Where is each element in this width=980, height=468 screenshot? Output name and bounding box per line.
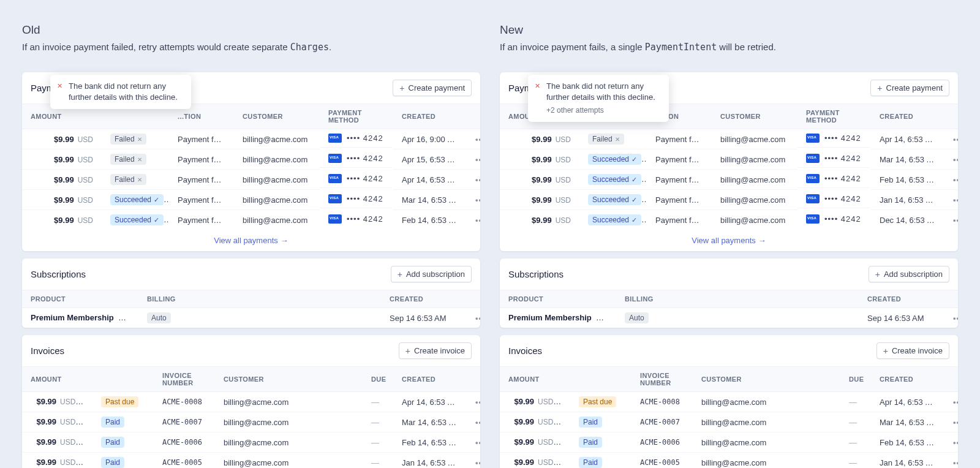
payment-description: Payment for invoice ACME-0005 [647, 190, 712, 210]
x-icon: ✕ [615, 136, 620, 143]
invoice-row[interactable]: $9.99USDPaidACME-0006billing@acme.com—Fe… [500, 432, 958, 453]
subscriptions-table: PRODUCTBILLINGCREATED Premium Membership… [500, 290, 958, 328]
payment-row[interactable]: $9.99USDSucceeded ✓Payment for invoice A… [500, 190, 958, 210]
invoice-row[interactable]: $9.99USDPaidACME-0005billing@acme.com—Ja… [500, 453, 958, 469]
subscriptions-panel: Subscriptions +Add subscription PRODUCTB… [500, 259, 958, 328]
payment-date: Feb 14, 6:53 AM [871, 170, 944, 190]
payment-row[interactable]: $9.99USDFailed ✕Payment for invoice ACME… [22, 129, 480, 149]
payment-row[interactable]: $9.99USDSucceeded ✓Payment for invoice A… [22, 190, 480, 210]
payment-method: •••• 4242 [320, 149, 392, 168]
create-payment-button[interactable]: +Create payment [870, 80, 949, 96]
invoice-row[interactable]: $9.99USDPaidACME-0005billing@acme.com—Ja… [22, 453, 480, 469]
payment-row[interactable]: $9.99USDSucceeded ✓Payment for invoice A… [500, 210, 958, 230]
invoice-customer: billing@acme.com [215, 432, 363, 453]
payment-description: Payment for invoice ACME-0004 [647, 210, 712, 230]
more-icon[interactable]: ••• [953, 458, 958, 467]
payment-method: •••• 4242 [797, 190, 870, 208]
more-icon[interactable]: ••• [953, 135, 958, 144]
more-icon[interactable]: ••• [475, 418, 480, 427]
subscriptions-title: Subscriptions [31, 269, 86, 279]
invoice-row[interactable]: $9.99USDPaidACME-0007billing@acme.com—Ma… [22, 412, 480, 432]
more-icon[interactable]: ••• [953, 438, 958, 447]
invoices-panel: Invoices +Create invoice AMOUNTINVOICE N… [500, 335, 958, 468]
more-icon[interactable]: ••• [953, 155, 958, 164]
more-icon[interactable]: ••• [953, 195, 958, 205]
invoice-row[interactable]: $9.99USDPaidACME-0007billing@acme.com—Ma… [500, 412, 958, 432]
payment-description: Payment for invoice ACME-0008 [169, 129, 234, 149]
more-icon[interactable]: ••• [953, 418, 958, 427]
status-badge: Succeeded ✓ [588, 194, 641, 205]
payments-panel: ✕ The bank did not return any further de… [500, 72, 958, 251]
invoice-date: Feb 14, 6:53 AM [871, 432, 944, 453]
close-icon: ✕ [57, 81, 62, 91]
payment-date: Jan 14, 6:53 AM [871, 190, 944, 210]
check-icon: ✓ [631, 216, 637, 224]
payment-row[interactable]: $9.99USDFailed ✕Payment for invoice ACME… [500, 129, 958, 149]
payment-customer: billing@acme.com [234, 210, 320, 230]
payment-method: •••• 4242 [797, 170, 870, 188]
more-icon[interactable]: ••• [953, 314, 958, 323]
invoice-customer: billing@acme.com [693, 432, 840, 453]
close-icon: ✕ [535, 81, 540, 91]
add-subscription-button[interactable]: +Add subscription [391, 266, 472, 282]
create-invoice-button[interactable]: +Create invoice [876, 342, 949, 359]
payment-method: •••• 4242 [320, 190, 392, 208]
payment-customer: billing@acme.com [234, 170, 320, 190]
subscription-row[interactable]: Premium Membership Past due Auto Sep 14 … [22, 308, 480, 328]
view-all-payments-link[interactable]: View all payments→ [22, 230, 480, 251]
more-icon[interactable]: ••• [953, 398, 958, 407]
view-all-payments-link[interactable]: View all payments→ [500, 230, 958, 251]
invoice-row[interactable]: $9.99USDPaidACME-0006billing@acme.com—Fe… [22, 432, 480, 453]
more-icon[interactable]: ••• [475, 458, 480, 467]
create-payment-button[interactable]: +Create payment [393, 80, 472, 96]
payment-row[interactable]: $9.99USDSucceeded ✓Payment for invoice A… [22, 210, 480, 230]
payment-row[interactable]: $9.99USDFailed ✕Payment for invoice ACME… [22, 170, 480, 190]
invoices-table: AMOUNTINVOICE NUMBERCUSTOMERDUECREATED $… [500, 366, 958, 468]
payment-date: Feb 14, 6:53 AM [393, 210, 467, 230]
more-icon[interactable]: ••• [953, 216, 958, 225]
decline-tooltip: ✕ The bank did not return any further de… [528, 75, 669, 122]
billing-badge: Auto [147, 312, 171, 323]
more-icon[interactable]: ••• [475, 175, 480, 184]
payment-customer: billing@acme.com [712, 190, 797, 210]
more-icon[interactable]: ••• [475, 195, 480, 205]
more-icon[interactable]: ••• [475, 438, 480, 447]
billing-badge: Auto [625, 312, 649, 323]
status-badge: Paid [101, 417, 124, 428]
invoices-panel: Invoices +Create invoice AMOUNTINVOICE N… [22, 335, 480, 468]
invoice-customer: billing@acme.com [215, 412, 363, 432]
invoice-number: ACME-0005 [154, 453, 215, 469]
invoice-number: ACME-0007 [631, 412, 693, 432]
payment-method: •••• 4242 [797, 210, 870, 228]
payment-row[interactable]: $9.99USDSucceeded ✓Payment for invoice A… [500, 170, 958, 190]
plus-icon: + [399, 84, 404, 92]
status-badge: Paid [101, 457, 124, 468]
invoice-number: ACME-0008 [631, 392, 693, 412]
status-badge: Failed ✕ [588, 134, 624, 145]
more-icon[interactable]: ••• [475, 155, 480, 164]
status-badge: Paid [579, 417, 602, 428]
more-icon[interactable]: ••• [953, 175, 958, 184]
payment-row[interactable]: $9.99USDFailed ✕Payment for invoice ACME… [22, 149, 480, 170]
status-badge: Succeeded ✓ [110, 214, 164, 225]
x-icon: ✕ [137, 136, 142, 143]
invoice-customer: billing@acme.com [215, 392, 363, 412]
subscription-row[interactable]: Premium Membership Past due Auto Sep 14 … [500, 308, 958, 328]
invoice-row[interactable]: $9.99USDPast dueACME-0008billing@acme.co… [500, 392, 958, 412]
more-icon[interactable]: ••• [475, 314, 480, 323]
invoice-date: Mar 14, 6:53 AM [393, 412, 467, 432]
more-icon[interactable]: ••• [475, 216, 480, 225]
more-icon[interactable]: ••• [475, 135, 480, 144]
payment-date: Apr 15, 6:53 AM [393, 149, 467, 170]
more-icon[interactable]: ••• [475, 398, 480, 407]
visa-icon [806, 174, 820, 183]
check-icon: ✓ [631, 156, 637, 164]
plus-icon: + [877, 84, 882, 92]
invoice-row[interactable]: $9.99USDPast dueACME-0008billing@acme.co… [22, 392, 480, 412]
status-badge: Paid [579, 437, 602, 448]
add-subscription-button[interactable]: +Add subscription [869, 266, 949, 282]
invoice-customer: billing@acme.com [215, 453, 363, 469]
create-invoice-button[interactable]: +Create invoice [399, 342, 472, 359]
payment-row[interactable]: $9.99USDSucceeded ✓Payment for invoice A… [500, 149, 958, 170]
new-subtitle: If an invoice payment fails, a single Pa… [500, 42, 958, 53]
